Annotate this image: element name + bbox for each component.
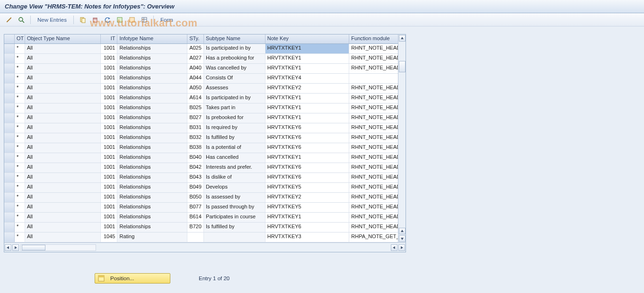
position-button[interactable]: Position... [95, 273, 170, 284]
scroll-left-button[interactable] [5, 244, 11, 251]
hscroll-thumb[interactable] [22, 245, 45, 250]
cell-sty[interactable]: B031 [187, 123, 204, 133]
toggle-display-change-button[interactable] [4, 15, 14, 25]
scroll-down-inner-button[interactable] [399, 228, 406, 234]
cell-it[interactable]: 1001 [101, 183, 118, 192]
table-row[interactable]: *All1001RelationshipsB049DevelopsHRVTXTK… [4, 183, 406, 193]
cell-nk[interactable]: HRVTXTKEY3 [265, 233, 350, 242]
cell-it[interactable]: 1001 [101, 143, 118, 153]
cell-ot[interactable]: * [15, 64, 25, 73]
cell-ot[interactable]: * [15, 94, 25, 103]
cell-it[interactable]: 1001 [101, 133, 118, 143]
cell-ot[interactable]: * [15, 183, 25, 192]
cell-fm[interactable]: RHNT_NOTE_HEADER_I [349, 44, 406, 53]
deselect-all-button[interactable] [127, 15, 137, 25]
row-selector[interactable] [4, 133, 15, 143]
cell-it[interactable]: 1001 [101, 203, 118, 212]
scroll-thumb[interactable] [399, 61, 406, 72]
cell-ot[interactable]: * [15, 133, 25, 143]
cell-fm[interactable]: RHNT_NOTE_HEADER_I [349, 94, 406, 103]
column-header-object-type-name[interactable]: Object Type Name [25, 34, 101, 43]
column-header-it[interactable]: IT [101, 34, 118, 43]
cell-ot[interactable]: * [15, 113, 25, 123]
cell-fm[interactable]: RHNT_NOTE_HEADER_I [349, 103, 406, 113]
cell-fm[interactable] [349, 74, 406, 83]
table-row[interactable]: *All1001RelationshipsB027Is prebooked fo… [4, 113, 406, 123]
row-selector[interactable] [4, 173, 15, 182]
cell-sty[interactable]: B050 [187, 193, 204, 202]
cell-nk[interactable]: HRVTXTKEY4 [265, 74, 350, 83]
cell-ot[interactable]: * [15, 223, 25, 232]
cell-nk[interactable]: HRVTXTKEY6 [265, 133, 350, 143]
cell-ot[interactable]: * [15, 123, 25, 133]
column-header-ot[interactable]: OT [15, 34, 25, 43]
table-row[interactable]: *All1001RelationshipsB040Has cancelledHR… [4, 153, 406, 163]
row-selector[interactable] [4, 223, 15, 232]
cell-sty[interactable]: A050 [187, 84, 204, 93]
row-selector[interactable] [4, 84, 15, 93]
hscroll-track[interactable] [20, 244, 96, 251]
column-header-function-module[interactable]: Function module [349, 34, 406, 43]
table-row[interactable]: *All1001RelationshipsA040Was cancelled b… [4, 64, 406, 74]
column-header-subtype[interactable]: STy. [187, 34, 204, 43]
row-selector[interactable] [4, 74, 15, 83]
cell-sty[interactable]: A614 [187, 94, 204, 103]
cell-fm[interactable]: RHNT_NOTE_HEADER_I [349, 113, 406, 123]
row-selector[interactable] [4, 94, 15, 103]
cell-fm[interactable]: RHNT_NOTE_HEADER_I [349, 133, 406, 143]
cell-it[interactable]: 1001 [101, 223, 118, 232]
cell-fm[interactable]: RHNT_NOTE_HEADER_I [349, 193, 406, 202]
cell-fm[interactable]: RHNT_NOTE_HEADER_I [349, 84, 406, 93]
table-row[interactable]: *All1045RatingHRVTXTKEY3RHPA_NOTE_GET_HE… [4, 233, 406, 242]
cell-nk[interactable]: HRVTXTKEY1 [265, 44, 350, 53]
cell-ot[interactable]: * [15, 233, 25, 242]
horizontal-scrollbar[interactable] [4, 242, 406, 252]
table-row[interactable]: *All1001RelationshipsB042Interests and p… [4, 163, 406, 173]
cell-ot[interactable]: * [15, 54, 25, 63]
new-entries-button[interactable]: New Entries [35, 17, 70, 23]
row-selector[interactable] [4, 64, 15, 73]
cell-nk[interactable]: HRVTXTKEY2 [265, 84, 350, 93]
cell-nk[interactable]: HRVTXTKEY1 [265, 113, 350, 123]
cell-it[interactable]: 1001 [101, 173, 118, 182]
cell-ot[interactable]: * [15, 193, 25, 202]
print-button[interactable] [139, 15, 150, 25]
cell-it[interactable]: 1001 [101, 163, 118, 172]
row-selector[interactable] [4, 163, 15, 172]
table-row[interactable]: *All1001RelationshipsB031Is required byH… [4, 123, 406, 133]
cell-fm[interactable]: RHNT_NOTE_HEADER_I [349, 54, 406, 63]
select-all-button[interactable] [115, 15, 125, 25]
scroll-up-button[interactable] [399, 35, 406, 42]
cell-nk[interactable]: HRVTXTKEY5 [265, 183, 350, 192]
cell-ot[interactable]: * [15, 143, 25, 153]
row-selector[interactable] [4, 233, 15, 242]
cell-sty[interactable]: B042 [187, 163, 204, 172]
cell-ot[interactable]: * [15, 103, 25, 113]
row-selector[interactable] [4, 143, 15, 153]
cell-sty[interactable]: B049 [187, 183, 204, 192]
cell-it[interactable]: 1001 [101, 54, 118, 63]
cell-sty[interactable]: B043 [187, 173, 204, 182]
row-selector[interactable] [4, 193, 15, 202]
copy-as-button[interactable] [78, 15, 88, 25]
table-row[interactable]: *All1001RelationshipsA027Has a prebookin… [4, 54, 406, 64]
cell-sty[interactable]: A025 [187, 44, 204, 53]
cell-nk[interactable]: HRVTXTKEY2 [265, 193, 350, 202]
cell-nk[interactable]: HRVTXTKEY1 [265, 153, 350, 163]
cell-ot[interactable]: * [15, 203, 25, 212]
column-header-note-key[interactable]: Note Key [265, 34, 350, 43]
table-row[interactable]: *All1001RelationshipsA044Consists OfHRVT… [4, 74, 406, 84]
cell-ot[interactable]: * [15, 44, 25, 53]
undo-button[interactable] [102, 15, 113, 25]
row-selector[interactable] [4, 203, 15, 212]
cell-fm[interactable]: RHNT_NOTE_HEADER_I [349, 64, 406, 73]
cell-it[interactable]: 1001 [101, 153, 118, 163]
cell-sty[interactable]: B038 [187, 143, 204, 153]
cell-sty[interactable]: A040 [187, 64, 204, 73]
row-selector[interactable] [4, 54, 15, 63]
cell-it[interactable]: 1001 [101, 94, 118, 103]
cell-it[interactable]: 1001 [101, 113, 118, 123]
cell-fm[interactable]: RHNT_NOTE_HEADER_I [349, 163, 406, 172]
cell-sty[interactable]: B720 [187, 223, 204, 232]
cell-sty[interactable] [187, 233, 204, 242]
